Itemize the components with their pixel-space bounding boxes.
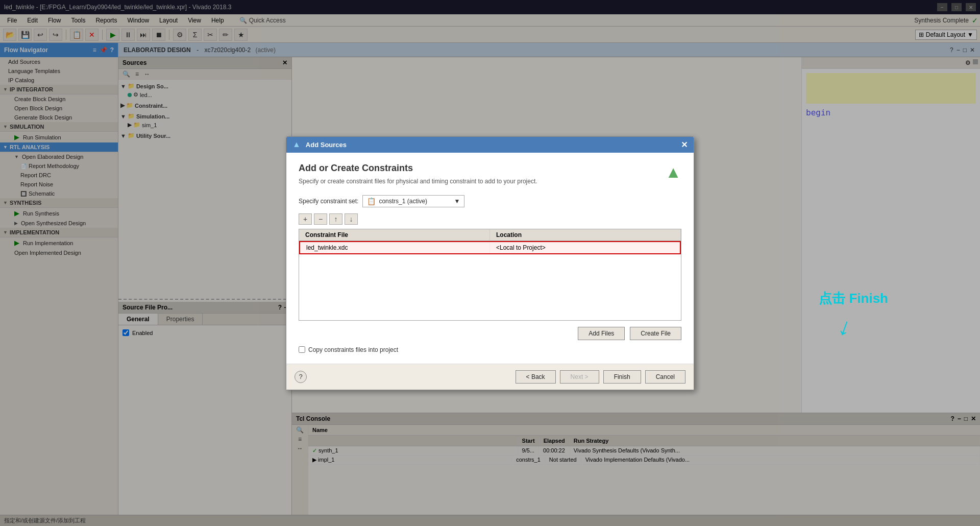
- ct-col-file: Constraint File: [299, 229, 490, 241]
- back-btn[interactable]: < Back: [516, 370, 556, 384]
- copy-constraints-row: Copy constraints files into project: [299, 346, 681, 353]
- modal-toolbar: + − ↑ ↓: [299, 213, 681, 225]
- constraint-set-value: constrs_1 (active): [379, 198, 427, 205]
- ct-cell-file-0: led_twinkle.xdc: [300, 242, 490, 253]
- modal-constraint-label: Specify constraint set: 📋 constrs_1 (act…: [299, 195, 681, 207]
- constraint-set-icon: 📋: [367, 197, 376, 205]
- modal-header-title: Add Sources: [306, 141, 347, 149]
- modal-desc: Specify or create constraint files for p…: [299, 178, 537, 185]
- cyan-arrow-icon: ↓: [835, 311, 856, 342]
- modal-add-btn[interactable]: +: [299, 213, 312, 225]
- copy-constraints-label: Copy constraints files into project: [308, 346, 398, 353]
- modal-vivado-icon: ▲: [292, 140, 301, 149]
- click-finish-annotation: 点击 Finish ↓: [819, 290, 888, 341]
- modal-body: Add or Create Constraints Specify or cre…: [286, 153, 694, 364]
- modal-title: Add or Create Constraints: [299, 163, 537, 174]
- constraints-table: Constraint File Location led_twinkle.xdc…: [299, 229, 681, 321]
- modal-up-btn[interactable]: ↑: [329, 213, 342, 225]
- constraint-set-dropdown[interactable]: 📋 constrs_1 (active) ▼: [362, 195, 464, 207]
- next-btn[interactable]: Next >: [560, 370, 599, 384]
- create-file-btn[interactable]: Create File: [630, 327, 681, 340]
- modal-body-text: Add or Create Constraints Specify or cre…: [299, 163, 537, 195]
- modal-header: ▲ Add Sources ✕: [286, 137, 694, 153]
- finish-btn[interactable]: Finish: [603, 370, 641, 384]
- modal-overlay: ▲ Add Sources ✕ Add or Create Constraint…: [0, 0, 980, 526]
- cancel-btn[interactable]: Cancel: [645, 370, 685, 384]
- add-files-btn[interactable]: Add Files: [578, 327, 625, 340]
- modal-header-left: ▲ Add Sources: [292, 140, 347, 149]
- modal-footer-buttons: < Back Next > Finish Cancel: [516, 370, 685, 384]
- modal-footer: ? < Back Next > Finish Cancel: [286, 364, 694, 390]
- modal-down-btn[interactable]: ↓: [345, 213, 358, 225]
- modal-remove-btn[interactable]: −: [314, 213, 327, 225]
- add-sources-modal: ▲ Add Sources ✕ Add or Create Constraint…: [286, 136, 694, 390]
- modal-close-btn[interactable]: ✕: [681, 140, 688, 150]
- copy-constraints-checkbox[interactable]: [299, 346, 305, 353]
- modal-vivado-logo: ▲: [665, 163, 681, 182]
- modal-help-btn[interactable]: ?: [295, 371, 307, 383]
- click-finish-text: 点击 Finish: [819, 290, 888, 307]
- constraints-table-header: Constraint File Location: [299, 229, 681, 241]
- constraint-row-0[interactable]: led_twinkle.xdc <Local to Project>: [299, 241, 681, 254]
- modal-file-btns: Add Files Create File: [299, 327, 681, 340]
- ct-cell-location-0: <Local to Project>: [490, 242, 680, 253]
- modal-body-top: Add or Create Constraints Specify or cre…: [299, 163, 681, 195]
- ct-col-location: Location: [490, 229, 681, 241]
- constraint-dropdown-arrow: ▼: [454, 198, 460, 205]
- specify-label: Specify constraint set:: [299, 198, 358, 205]
